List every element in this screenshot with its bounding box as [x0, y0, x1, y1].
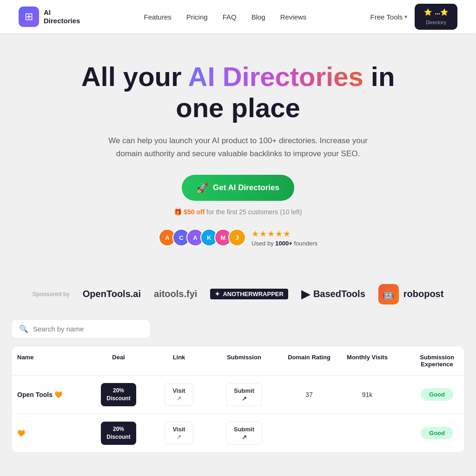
- visit-label-2: Visit: [172, 426, 185, 433]
- promo-text: for the first 25 customers (10 left): [206, 208, 302, 216]
- external-link-icon-2: ↗: [177, 434, 181, 440]
- row1-name: Open Tools 🧡: [17, 391, 62, 398]
- col-domain-rating: Domain Rating: [281, 346, 337, 375]
- based-text: BasedTools: [313, 289, 365, 299]
- based-icon: ▶: [301, 288, 310, 301]
- table-section: 🔍 Name Deal Link Submission Domain Ratin…: [0, 319, 476, 472]
- hero-section: All your AI Directories in one place We …: [0, 33, 476, 284]
- col-deal: Deal: [86, 346, 151, 375]
- directory-table: Name Deal Link Submission Domain Rating …: [11, 346, 465, 453]
- nav-faq[interactable]: FAQ: [223, 13, 237, 21]
- cell-deal-2: 20% Discount: [86, 414, 151, 452]
- used-by-count: 1000+: [275, 240, 292, 247]
- domain-rating-value: 37: [305, 391, 313, 398]
- rocket-icon: 🚀: [197, 182, 208, 193]
- cell-domain-rating-2: [281, 426, 337, 441]
- col-link: Link: [151, 346, 207, 375]
- sponsors-bar: Sponsored by OpenTools.ai aitools.fyi ✦ …: [0, 284, 476, 319]
- experience-badge-good: Good: [421, 388, 453, 401]
- robopost-text: robopost: [403, 289, 444, 299]
- visit-button-2[interactable]: Visit ↗: [165, 422, 193, 444]
- cell-name-2: 🧡: [12, 422, 86, 444]
- submit-button[interactable]: Submit ↗: [226, 383, 262, 406]
- cell-deal: 20% Discount: [86, 376, 151, 414]
- visit-button[interactable]: Visit ↗: [165, 383, 193, 406]
- robopost-icon: 🤖: [378, 284, 399, 304]
- star-rating: ★★★★★: [251, 229, 291, 239]
- cell-submission-2[interactable]: Submit ↗: [207, 414, 281, 452]
- chevron-down-icon: ▾: [404, 13, 407, 20]
- deal-badge-2: 20% Discount: [101, 422, 136, 445]
- cell-monthly-visits: 91k: [337, 383, 397, 406]
- logo-icon: ⊞: [19, 7, 39, 27]
- nav-reviews[interactable]: Reviews: [280, 13, 307, 21]
- cell-experience-2: Good: [397, 419, 465, 447]
- stars-block: ★★★★★ Used by 1000+ founders: [251, 229, 317, 247]
- cell-domain-rating: 37: [281, 383, 337, 406]
- headline-start: All your: [81, 61, 188, 92]
- sponsor-basedtools: ▶ BasedTools: [301, 288, 365, 301]
- headline-gradient: AI Directories: [188, 61, 364, 92]
- aw-icon: ✦: [215, 291, 220, 298]
- search-container: 🔍: [11, 319, 151, 338]
- visit-label: Visit: [172, 387, 185, 394]
- github-button[interactable]: ⭐ ...⭐ Directory: [415, 4, 457, 30]
- hero-subtitle: We can help you launch your AI product t…: [108, 134, 368, 159]
- nav-left: ⊞ AI Directories: [19, 7, 80, 27]
- social-proof: A C A K M J ★★★★★ Used by 1000+ founders: [9, 229, 467, 247]
- submit-button-2[interactable]: Submit ↗: [226, 422, 262, 445]
- hero-cta-button[interactable]: 🚀 Get AI Directories: [182, 175, 294, 201]
- deal2-line2: Discount: [106, 434, 130, 440]
- cell-name: Open Tools 🧡: [12, 383, 86, 406]
- sponsor-anotherwrapper: ✦ ANOTHERWRAPPER: [210, 289, 288, 299]
- col-name: Name: [12, 346, 86, 375]
- sponsor-robopost: 🤖 robopost: [378, 284, 444, 304]
- github-sub: Directory: [426, 20, 446, 25]
- deal-badge: 20% Discount: [101, 383, 136, 406]
- submit-label-2: Submit: [234, 426, 254, 433]
- deal2-line1: 20%: [113, 426, 124, 432]
- cell-submission[interactable]: Submit ↗: [207, 376, 281, 414]
- aw-text: ANOTHERWRAPPER: [223, 291, 284, 298]
- col-submission-experience: Submission Experience: [397, 346, 465, 375]
- navbar: ⊞ AI Directories Features Pricing FAQ Bl…: [0, 0, 476, 33]
- submit-link-icon: ↗: [242, 395, 247, 402]
- search-icon: 🔍: [19, 324, 28, 333]
- sponsor-aitools: aitools.fyi: [154, 289, 197, 299]
- nav-right: Free Tools ▾ ⭐ ...⭐ Directory: [370, 4, 457, 30]
- used-by-text: Used by 1000+ founders: [251, 240, 317, 247]
- nav-blog[interactable]: Blog: [251, 13, 265, 21]
- experience-badge-good-2: Good: [421, 427, 453, 439]
- submit-link-icon-2: ↗: [242, 434, 247, 441]
- monthly-visits-value: 91k: [362, 391, 373, 398]
- hero-headline: All your AI Directories in one place: [75, 61, 401, 123]
- github-icon: ⭐: [424, 8, 432, 16]
- cta-label: Get AI Directories: [213, 183, 279, 192]
- col-monthly-visits: Monthly Visits: [337, 346, 397, 375]
- nav-links: Features Pricing FAQ Blog Reviews: [144, 13, 307, 21]
- used-by-suffix: founders: [292, 240, 317, 247]
- row2-name: 🧡: [17, 430, 25, 437]
- promo-gift-icon: 🎁: [174, 208, 182, 216]
- promo-amount: $50 off: [184, 208, 205, 216]
- free-tools-label: Free Tools: [370, 13, 403, 21]
- cell-experience: Good: [397, 381, 465, 408]
- avatar: J: [228, 229, 246, 246]
- promo-bar: 🎁 $50 off for the first 25 customers (10…: [9, 208, 467, 216]
- free-tools-menu[interactable]: Free Tools ▾: [370, 13, 408, 21]
- table-header: Name Deal Link Submission Domain Rating …: [12, 346, 464, 376]
- col-submission: Submission: [207, 346, 281, 375]
- nav-features[interactable]: Features: [144, 13, 172, 21]
- cell-link[interactable]: Visit ↗: [151, 376, 207, 413]
- cell-link-2[interactable]: Visit ↗: [151, 414, 207, 452]
- nav-pricing[interactable]: Pricing: [186, 13, 208, 21]
- github-label: ...⭐: [435, 8, 448, 16]
- search-input[interactable]: [33, 325, 143, 333]
- deal-line1: 20%: [113, 387, 124, 394]
- brand-line2: Directories: [44, 17, 80, 25]
- deal-line2: Discount: [106, 395, 130, 402]
- sponsor-opentools: OpenTools.ai: [83, 289, 141, 299]
- used-by-prefix: Used by: [251, 240, 275, 247]
- sponsor-label: Sponsored by: [33, 291, 70, 298]
- table-row: Open Tools 🧡 20% Discount Visit ↗ Submit…: [12, 376, 464, 414]
